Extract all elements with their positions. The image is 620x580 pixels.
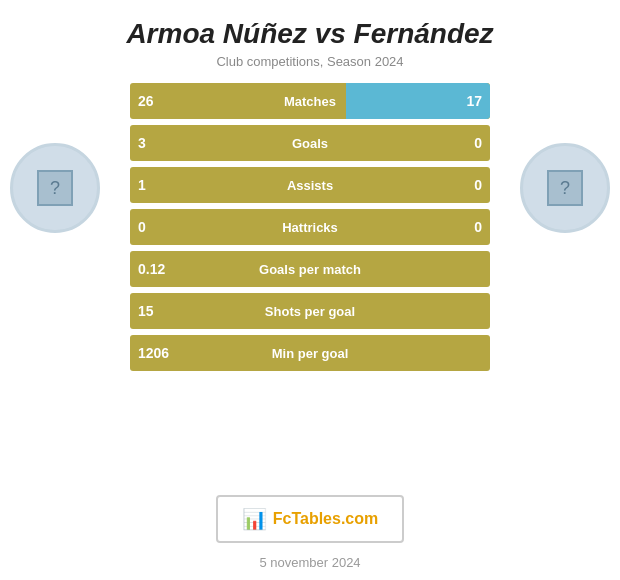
bar-bg-4: 0.12Goals per match (130, 251, 490, 287)
main-title: Armoa Núñez vs Fernández (10, 18, 610, 50)
stat-row-5: 15Shots per goal (130, 293, 490, 329)
bar-center-label-1: Goals (292, 136, 328, 151)
bar-right-value-1: 0 (474, 135, 482, 151)
player-left-question: ? (50, 178, 60, 199)
bars-container: 26Matches173Goals01Assists00Hattricks00.… (130, 83, 490, 371)
bar-bg-0: 26Matches17 (130, 83, 490, 119)
bar-bg-6: 1206Min per goal (130, 335, 490, 371)
bar-left-value-1: 3 (138, 135, 146, 151)
player-left-avatar: ? (10, 143, 100, 233)
subtitle: Club competitions, Season 2024 (10, 54, 610, 69)
bar-bg-1: 3Goals0 (130, 125, 490, 161)
bar-center-label-4: Goals per match (259, 262, 361, 277)
stat-row-3: 0Hattricks0 (130, 209, 490, 245)
bar-left-value-6: 1206 (138, 345, 169, 361)
logo-text: FcTables.com (273, 510, 379, 528)
bar-left-value-2: 1 (138, 177, 146, 193)
logo-tables: Tables.com (291, 510, 378, 527)
title-section: Armoa Núñez vs Fernández Club competitio… (0, 0, 620, 73)
bar-right-value-3: 0 (474, 219, 482, 235)
bar-center-label-2: Assists (287, 178, 333, 193)
logo-fc: Fc (273, 510, 292, 527)
stat-row-2: 1Assists0 (130, 167, 490, 203)
bar-bg-3: 0Hattricks0 (130, 209, 490, 245)
bar-center-label-6: Min per goal (272, 346, 349, 361)
player-left-icon: ? (37, 170, 73, 206)
bar-right-value-0: 17 (466, 93, 482, 109)
bar-right-value-2: 0 (474, 177, 482, 193)
bar-center-label-3: Hattricks (282, 220, 338, 235)
stat-row-4: 0.12Goals per match (130, 251, 490, 287)
bar-center-label-5: Shots per goal (265, 304, 355, 319)
bar-left-value-4: 0.12 (138, 261, 165, 277)
player-right-question: ? (560, 178, 570, 199)
stat-row-1: 3Goals0 (130, 125, 490, 161)
logo-box: 📊 FcTables.com (216, 495, 405, 543)
page-wrapper: Armoa Núñez vs Fernández Club competitio… (0, 0, 620, 580)
logo-chart-icon: 📊 (242, 507, 267, 531)
player-right-icon: ? (547, 170, 583, 206)
bar-bg-5: 15Shots per goal (130, 293, 490, 329)
bar-center-label-0: Matches (284, 94, 336, 109)
bar-left-value-0: 26 (138, 93, 154, 109)
footer-date: 5 november 2024 (259, 555, 360, 570)
comparison-area: ? ? 26Matches173Goals01Assists00Hattrick… (0, 83, 620, 477)
bar-bg-2: 1Assists0 (130, 167, 490, 203)
stat-row-6: 1206Min per goal (130, 335, 490, 371)
stat-row-0: 26Matches17 (130, 83, 490, 119)
bar-left-value-5: 15 (138, 303, 154, 319)
bar-left-value-3: 0 (138, 219, 146, 235)
logo-section: 📊 FcTables.com (216, 495, 405, 543)
player-right-avatar: ? (520, 143, 610, 233)
